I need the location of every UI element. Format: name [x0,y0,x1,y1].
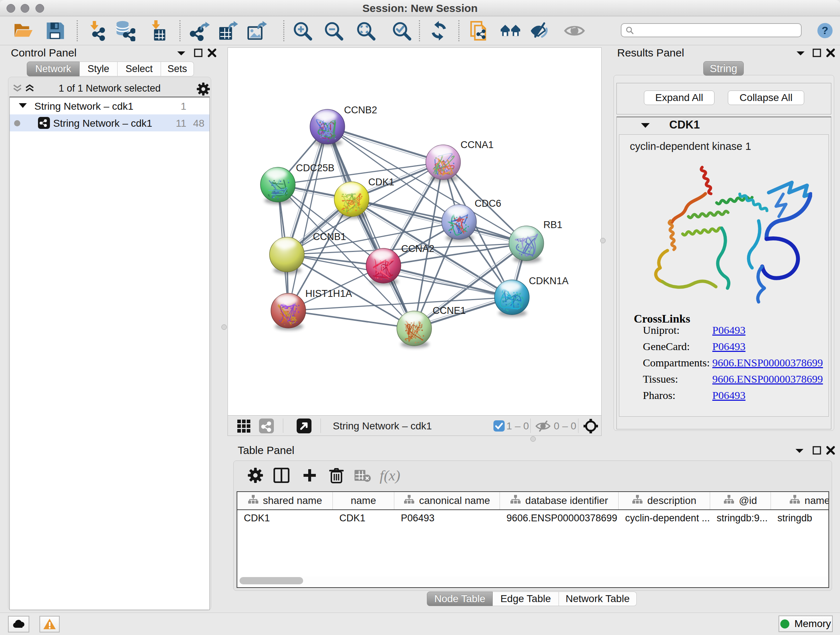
column-header-@id[interactable]: @id [710,492,771,509]
zoom-out-button[interactable] [322,19,346,43]
search-input[interactable] [635,25,801,36]
crosslink-link[interactable]: P06493 [712,340,745,353]
memory-button[interactable]: Memory [778,616,833,632]
export-network-button[interactable] [188,19,212,43]
network-tree-row[interactable]: String Network – cdk11148 [10,114,210,131]
expand-all-button[interactable]: Expand All [644,90,714,105]
network-node-CDC25B[interactable]: CDC25B [261,163,335,204]
cloud-button[interactable] [8,616,29,632]
warnings-button[interactable] [39,616,60,632]
crosslink-link[interactable]: 9606.ENSP00000378699 [712,356,823,369]
copy-network-button[interactable] [467,19,491,43]
refresh-button[interactable] [427,19,451,43]
open-session-button[interactable] [11,19,35,43]
node-label-CCNE1: CCNE1 [433,305,466,316]
results-panel-maximize-button[interactable] [813,49,821,59]
crosslink-row: Uniprot: P06493 [643,324,824,340]
search-icon [625,26,635,35]
network-node-CCNA1[interactable]: CCNA1 [426,139,494,182]
table-cell[interactable]: CDK1 [237,510,333,526]
column-header-name[interactable]: name [333,492,394,509]
crosslink-link[interactable]: P06493 [712,324,745,336]
splitter-handle-left[interactable] [221,325,227,330]
fit-selected-crosshair-button[interactable] [583,418,599,435]
table-cell[interactable]: stringdb [771,510,829,526]
share-view-button[interactable] [259,418,274,433]
tree-expand-caret-icon[interactable] [19,102,27,110]
column-header-canonical-name[interactable]: canonical name [394,492,500,509]
zoom-selected-button[interactable] [390,19,414,43]
crosslink-label: Pharos: [643,389,676,402]
shared-column-icon [632,494,643,507]
table-cell[interactable]: cyclin-dependent ... [619,510,710,526]
export-image-button[interactable] [245,19,269,43]
control-panel-maximize-button[interactable] [194,49,202,59]
table-tab-edge-table[interactable]: Edge Table [493,592,559,606]
network-node-CCNB2[interactable]: CCNB2 [310,105,377,146]
control-panel-float-button[interactable] [177,50,186,58]
table-row[interactable]: CDK1CDK1P064939606.ENSP00000378699cyclin… [237,510,829,526]
first-neighbors-button[interactable] [499,19,523,43]
import-network-from-database-button[interactable] [113,19,137,43]
selected-nodes-checkbox[interactable] [493,420,505,432]
protein-collapse-caret-icon[interactable] [640,122,651,130]
splitter-handle-right[interactable] [600,238,606,243]
collapse-all-button[interactable]: Collapse All [728,90,804,105]
results-panel-close-button[interactable] [826,48,836,59]
help-button[interactable]: ? [817,22,833,39]
zoom-in-button[interactable] [291,19,314,43]
column-header-namespace[interactable]: namespace [771,492,829,509]
shared-column-icon [723,494,734,507]
table-tab-node-table[interactable]: Node Table [427,592,493,606]
splitter-handle-bottom[interactable] [531,436,536,442]
import-table-from-file-button[interactable] [144,19,168,43]
delete-table-button[interactable] [349,464,376,486]
split-table-view-button[interactable] [268,464,294,486]
network-canvas[interactable]: CCNB2CCNA1CDC25BCDK1CDC6RB1CCNB1CCNA2CDK… [227,48,602,415]
table-cell[interactable]: P06493 [394,510,500,526]
copy-network-icon [469,20,490,41]
import-network-from-file-button[interactable] [83,19,107,43]
network-tree-row[interactable]: String Network – cdk11 [10,97,210,114]
table-panel-title: Table Panel [238,444,294,456]
table-panel-close-button[interactable] [826,445,836,457]
zoom-fit-icon [355,20,376,41]
delete-column-trash-button[interactable] [324,464,349,486]
hide-selected-button[interactable] [528,19,552,43]
results-panel-float-button[interactable] [796,50,805,58]
maximize-icon [813,446,821,455]
table-horizontal-scrollbar[interactable] [239,576,827,585]
control-tab-sets[interactable]: Sets [161,62,194,76]
add-column-button[interactable] [297,464,323,486]
column-header-description[interactable]: description [619,492,710,509]
network-node-CDKN1A[interactable]: CDKN1A [494,276,569,317]
memory-label: Memory [794,618,831,630]
network-options-gear-icon[interactable] [196,82,210,97]
crosslink-link[interactable]: P06493 [712,389,745,402]
open-in-new-window-button[interactable] [297,418,311,433]
table-settings-gear-button[interactable] [242,464,268,486]
table-tab-network-table[interactable]: Network Table [559,592,637,606]
save-session-button[interactable] [43,19,67,43]
network-node-RB1[interactable]: RB1 [509,219,562,263]
table-scrollbar-thumb[interactable] [240,577,303,584]
control-tab-select[interactable]: Select [118,62,161,76]
table-panel-float-button[interactable] [795,448,804,455]
table-cell[interactable]: 9606.ENSP00000378699 [500,510,619,526]
birdseye-grid-button[interactable] [237,420,250,434]
table-cell[interactable]: stringdb:9... [710,510,771,526]
results-tab-string[interactable]: String [703,61,744,76]
export-table-button[interactable] [216,19,240,43]
zoom-fit-button[interactable] [354,19,378,43]
control-tab-style[interactable]: Style [80,62,118,76]
column-header-database-identifier[interactable]: database identifier [500,492,619,509]
control-tab-network[interactable]: Network [27,62,80,76]
column-header-shared-name[interactable]: shared name [237,492,333,509]
control-panel-close-button[interactable] [207,48,217,59]
table-cell[interactable]: CDK1 [333,510,394,526]
table-panel-maximize-button[interactable] [813,446,821,456]
search-field[interactable] [621,23,802,37]
show-all-button[interactable] [562,19,586,43]
function-builder-fx-button[interactable]: f(x) [377,464,403,486]
crosslink-link[interactable]: 9606.ENSP00000378699 [712,373,823,385]
